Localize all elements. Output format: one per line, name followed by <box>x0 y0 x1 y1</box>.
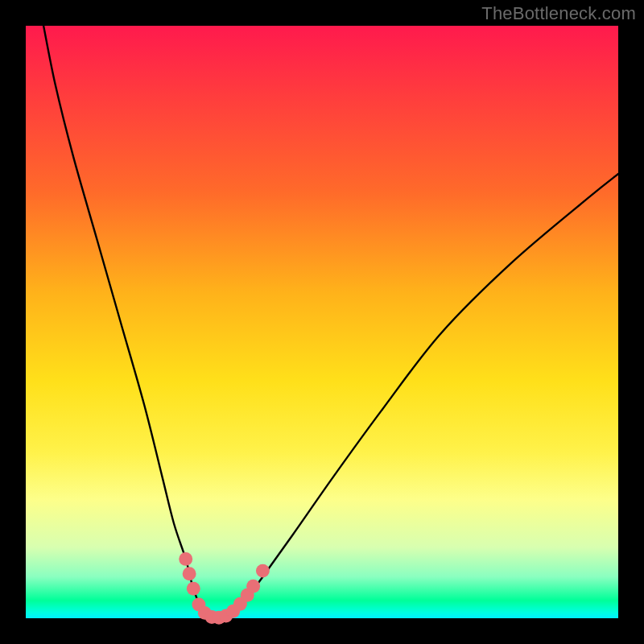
watermark-text: TheBottleneck.com <box>481 3 636 24</box>
marker-left-1 <box>179 552 192 566</box>
plot-area <box>26 26 618 618</box>
curve-layer <box>26 26 618 618</box>
marker-right-1 <box>246 580 260 593</box>
chart-stage: TheBottleneck.com <box>0 0 644 644</box>
marker-left-3 <box>187 582 200 596</box>
marker-right-2 <box>256 564 270 578</box>
data-markers <box>179 552 270 625</box>
bottleneck-curve <box>43 26 618 619</box>
marker-left-2 <box>183 567 196 580</box>
